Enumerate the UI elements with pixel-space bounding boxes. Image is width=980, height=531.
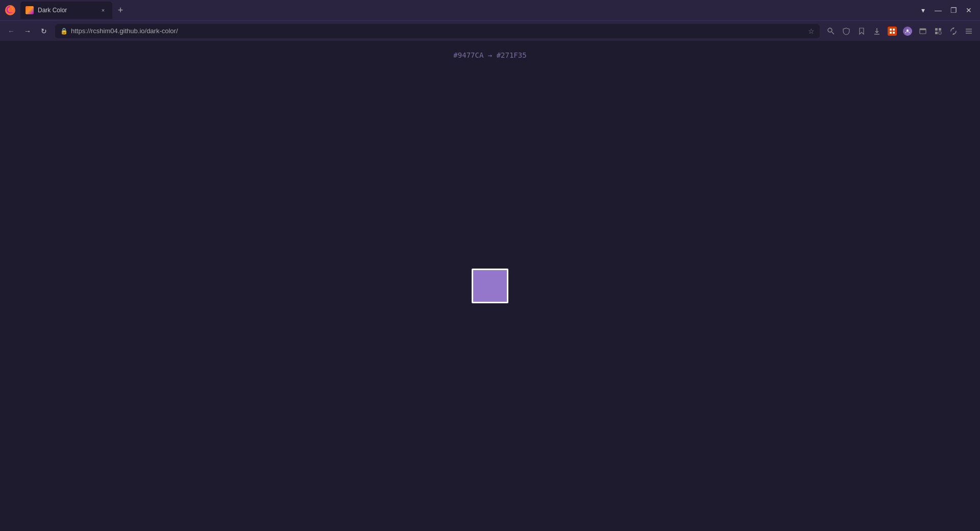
svg-rect-13 [935,32,938,34]
svg-rect-6 [890,32,892,34]
extensions-icon[interactable] [885,24,899,38]
svg-rect-7 [893,32,895,34]
svg-line-2 [832,32,835,34]
account-icon[interactable] [900,24,915,38]
nav-bar: ← → ↻ 🔒 https://rcshim04.github.io/dark-… [0,20,980,41]
download-icon[interactable] [870,24,884,38]
dropdown-button[interactable]: ▾ [916,3,930,17]
svg-point-1 [828,28,832,32]
window-controls: ▾ — ❐ ✕ [916,3,976,17]
browser-window: Dark Color × + ▾ — ❐ ✕ ← → ↻ 🔒 https://r… [0,0,980,531]
forward-button[interactable]: → [20,24,35,38]
tab-close-button[interactable]: × [99,6,107,14]
back-button[interactable]: ← [4,24,18,38]
tab-manager-icon[interactable] [916,24,930,38]
sync-icon[interactable] [946,24,961,38]
tab-bar: Dark Color × + [20,0,914,20]
new-tab-button[interactable]: + [113,3,128,17]
lock-icon: 🔒 [60,28,68,35]
svg-rect-5 [893,29,895,31]
nav-right-icons [824,24,976,38]
search-icon[interactable] [824,24,838,38]
address-bar[interactable]: 🔒 https://rcshim04.github.io/dark-color/… [55,24,820,38]
tab-title: Dark Color [38,7,95,14]
tab-favicon-icon [26,6,34,14]
close-button[interactable]: ✕ [962,3,976,17]
bookmark-icon[interactable] [854,24,869,38]
menu-button[interactable] [962,24,976,38]
container-icon[interactable] [931,24,945,38]
svg-rect-12 [939,28,941,31]
minimize-button[interactable]: — [931,3,945,17]
page-content: #9477CA → #271F35 [0,41,980,531]
active-tab[interactable]: Dark Color × [20,2,112,19]
shield-icon[interactable] [839,24,853,38]
reload-button[interactable]: ↻ [37,24,51,38]
svg-point-8 [906,29,909,31]
color-swatch[interactable] [472,269,508,303]
svg-rect-4 [890,29,892,31]
restore-button[interactable]: ❐ [946,3,961,17]
title-bar: Dark Color × + ▾ — ❐ ✕ [0,0,980,20]
svg-rect-11 [935,28,938,31]
url-display: https://rcshim04.github.io/dark-color/ [71,27,805,35]
firefox-logo-icon [4,4,16,16]
svg-rect-14 [939,32,941,34]
star-button[interactable]: ☆ [808,27,815,35]
color-transform-label: #9477CA → #271F35 [453,51,526,59]
svg-rect-10 [920,29,926,30]
